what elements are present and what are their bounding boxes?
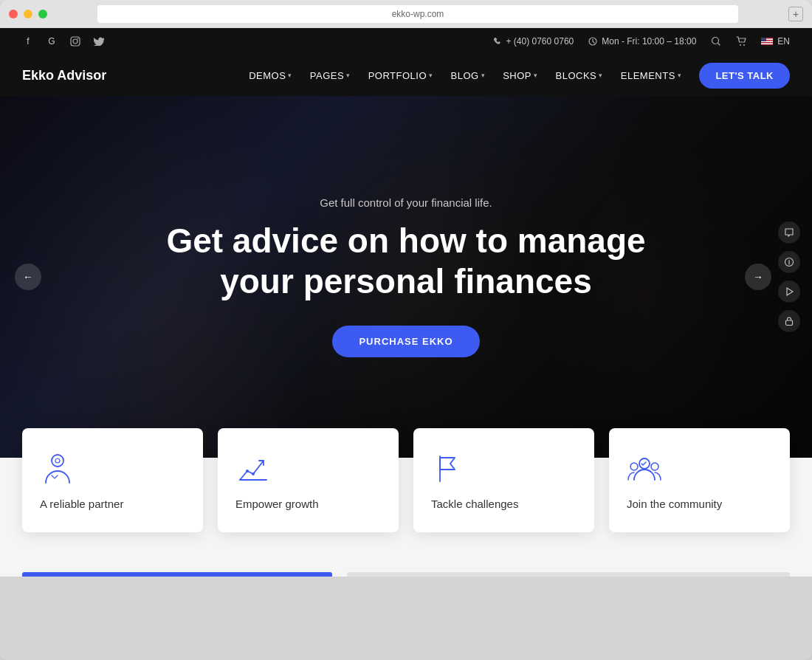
hours-item: Mon - Fri: 10:00 – 18:00 xyxy=(588,36,696,47)
browser-minimize-btn[interactable] xyxy=(24,10,32,18)
blog-chevron-icon: ▾ xyxy=(481,72,486,79)
flag-icon xyxy=(431,450,467,486)
feature-label-1: A reliable partner xyxy=(40,498,123,510)
nav-portfolio[interactable]: PORTFOLIO ▾ xyxy=(361,66,441,86)
features-cards: A reliable partner xyxy=(22,428,790,532)
hero-subtitle: Get full control of your financial life. xyxy=(320,196,492,209)
progress-bar-gray xyxy=(347,572,790,577)
hours-text: Mon - Fri: 10:00 – 18:00 xyxy=(602,36,696,47)
search-item[interactable] xyxy=(711,36,721,47)
svg-point-18 xyxy=(246,470,249,472)
svg-point-5 xyxy=(740,44,741,46)
navbar: Ekko Advisor DEMOS ▾ PAGES ▾ PORTFOLIO ▾ xyxy=(0,55,812,96)
top-bar: f G xyxy=(0,28,812,55)
elements-chevron-icon: ▾ xyxy=(678,72,682,79)
lock-tool-icon[interactable] xyxy=(778,310,800,332)
hero-section: ← → xyxy=(0,96,812,458)
hero-next-button[interactable]: → xyxy=(745,264,771,290)
phone-item: + (40) 0760 0760 xyxy=(493,36,574,47)
play-tool-icon[interactable] xyxy=(778,281,800,303)
svg-point-6 xyxy=(743,44,745,46)
nav-blog[interactable]: BLOG ▾ xyxy=(444,66,493,86)
nav-blocks[interactable]: BLOCKS ▾ xyxy=(548,66,610,86)
feature-label-3: Tackle challenges xyxy=(431,498,518,510)
features-section: A reliable partner xyxy=(0,458,812,547)
nav-pages[interactable]: PAGES ▾ xyxy=(303,66,358,86)
new-tab-button[interactable]: + xyxy=(788,7,803,21)
svg-rect-0 xyxy=(71,37,80,46)
hero-cta-button[interactable]: PURCHASE EKKO xyxy=(332,326,479,357)
svg-rect-14 xyxy=(786,320,793,326)
language-item[interactable]: EN xyxy=(761,36,790,47)
feature-label-4: Join the community xyxy=(627,498,722,510)
lang-text: EN xyxy=(777,36,790,47)
shop-chevron-icon: ▾ xyxy=(534,72,538,79)
url-text: ekko-wp.com xyxy=(392,9,444,19)
svg-point-22 xyxy=(630,463,638,470)
nav-links: DEMOS ▾ PAGES ▾ PORTFOLIO ▾ BLOG ▾ xyxy=(241,63,790,89)
demos-chevron-icon: ▾ xyxy=(288,72,292,79)
svg-point-2 xyxy=(78,38,79,40)
facebook-icon[interactable]: f xyxy=(22,35,34,47)
website: f G xyxy=(0,28,812,660)
svg-point-16 xyxy=(55,458,60,463)
side-toolbar xyxy=(778,221,800,332)
community-icon xyxy=(627,450,662,486)
portfolio-chevron-icon: ▾ xyxy=(429,72,433,79)
browser-window: ekko-wp.com + f G xyxy=(0,0,812,660)
nav-demos[interactable]: DEMOS ▾ xyxy=(241,66,300,86)
growth-icon xyxy=(235,450,271,486)
progress-bar-blue xyxy=(22,572,332,577)
hero-prev-button[interactable]: ← xyxy=(15,264,41,290)
svg-point-1 xyxy=(73,39,78,44)
feature-card-1: A reliable partner xyxy=(22,428,203,532)
info-tool-icon[interactable] xyxy=(778,251,800,273)
svg-marker-13 xyxy=(787,288,793,295)
feature-label-2: Empower growth xyxy=(235,498,319,510)
person-icon xyxy=(40,450,75,486)
instagram-icon[interactable] xyxy=(69,35,81,47)
social-links: f G xyxy=(22,35,105,47)
nav-shop[interactable]: SHOP ▾ xyxy=(495,66,545,86)
top-bar-info: + (40) 0760 0760 Mon - Fri: 10:00 – 18:0… xyxy=(493,36,791,47)
feature-card-4: Join the community xyxy=(609,428,790,532)
cta-button[interactable]: LET'S TALK xyxy=(699,63,790,89)
svg-point-23 xyxy=(651,463,658,470)
svg-rect-11 xyxy=(761,38,766,41)
google-icon[interactable]: G xyxy=(46,35,58,47)
hero-title: Get advice on how to manage your persona… xyxy=(148,221,664,302)
feature-card-3: Tackle challenges xyxy=(413,428,594,532)
chat-tool-icon[interactable] xyxy=(778,221,800,244)
site-logo[interactable]: Ekko Advisor xyxy=(22,68,106,83)
browser-address-bar[interactable]: ekko-wp.com xyxy=(97,5,738,23)
pages-chevron-icon: ▾ xyxy=(346,72,351,79)
svg-point-15 xyxy=(52,455,63,467)
twitter-icon[interactable] xyxy=(93,35,105,47)
browser-content: f G xyxy=(0,28,812,660)
browser-close-btn[interactable] xyxy=(9,10,18,18)
nav-elements[interactable]: ELEMENTS ▾ xyxy=(613,66,689,86)
phone-text: + (40) 0760 0760 xyxy=(506,36,574,47)
browser-maximize-btn[interactable] xyxy=(38,10,47,18)
bottom-section xyxy=(0,547,812,577)
browser-titlebar: ekko-wp.com + xyxy=(0,0,812,28)
svg-point-19 xyxy=(252,472,255,475)
svg-rect-10 xyxy=(761,44,773,45)
feature-card-2: Empower growth xyxy=(218,428,399,532)
hero-content: Get full control of your financial life.… xyxy=(0,96,812,458)
blocks-chevron-icon: ▾ xyxy=(599,72,603,79)
cart-item[interactable] xyxy=(736,36,746,47)
